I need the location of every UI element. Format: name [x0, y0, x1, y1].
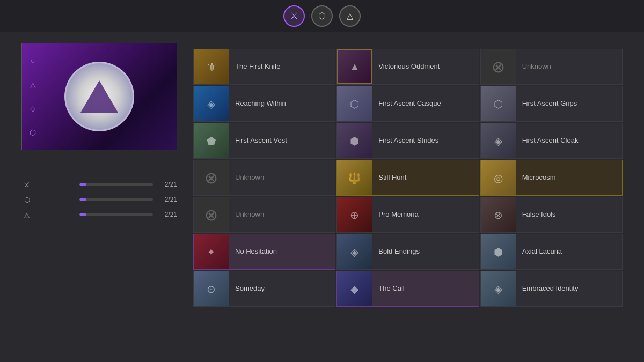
- item-glyph-casque: ⬡: [350, 98, 359, 110]
- main-content: ○ △ ◇ ⬡ ⚔ 2/21 ⬡: [0, 32, 644, 362]
- item-icon-unknown-2: [194, 160, 229, 195]
- item-icon-reaching: ◈: [194, 86, 229, 121]
- item-label-grips: First Ascent Grips: [516, 99, 584, 108]
- item-icon-the-call: ◆: [337, 271, 372, 306]
- grid-item-embraced[interactable]: ◈Embraced Identity: [480, 271, 623, 307]
- item-icon-bold-endings: ◈: [337, 234, 372, 269]
- item-label-bold-endings: Bold Endings: [372, 247, 426, 256]
- badge-info: [21, 159, 177, 161]
- grid-item-microcosm[interactable]: ◎Microcosm: [480, 160, 623, 196]
- hunter-bar-fill: [79, 183, 86, 186]
- item-label-no-hesitation: No Hesitation: [229, 247, 283, 256]
- item-icon-someday: ⊙: [194, 271, 229, 306]
- item-label-casque: First Ascent Casque: [372, 99, 447, 108]
- symbol-3: ◇: [27, 103, 38, 114]
- warlock-progress-bar: [79, 213, 153, 216]
- item-glyph-bold-endings: ◈: [350, 246, 358, 258]
- symbol-4: ⬡: [27, 127, 38, 138]
- grid-item-pro-memoria[interactable]: ⊕Pro Memoria: [336, 197, 479, 233]
- grid-item-someday[interactable]: ⊙Someday: [193, 271, 335, 307]
- divider: [193, 43, 623, 43]
- item-glyph-the-call: ◆: [350, 283, 358, 295]
- grid-item-grips[interactable]: ⬡First Ascent Grips: [480, 86, 623, 122]
- class-tab-bar: ⚔ ⬡ △: [0, 0, 644, 32]
- symbol-2: △: [27, 79, 38, 90]
- grid-item-unknown-3[interactable]: Unknown: [193, 197, 335, 233]
- item-icon-vest: ⬟: [194, 123, 229, 158]
- hunter-icon: ⚔: [290, 11, 298, 21]
- grid-item-false-idols[interactable]: ⊗False Idols: [480, 197, 623, 233]
- warlock-progress-count: 2/21: [158, 211, 177, 218]
- right-panel-wrapper: 🗡The First Knife▲Victorious OddmentUnkno…: [193, 43, 623, 351]
- item-label-cloak: First Ascent Cloak: [516, 136, 585, 145]
- item-glyph-axial: ⬢: [494, 246, 503, 258]
- grid-item-unknown-1[interactable]: Unknown: [480, 49, 623, 85]
- triangle-symbol: [80, 80, 118, 113]
- left-panel: ○ △ ◇ ⬡ ⚔ 2/21 ⬡: [21, 43, 177, 351]
- item-label-still-hunt: Still Hunt: [372, 173, 413, 182]
- grid-item-no-hesitation[interactable]: ✦No Hesitation: [193, 234, 335, 270]
- grid-item-strides[interactable]: ⬢First Ascent Strides: [336, 123, 479, 159]
- item-label-strides: First Ascent Strides: [372, 136, 445, 145]
- grid-item-the-call[interactable]: ◆The Call: [336, 271, 479, 307]
- item-label-unknown-3: Unknown: [229, 210, 270, 219]
- item-glyph-reaching: ◈: [207, 98, 215, 110]
- item-icon-first-knife: 🗡: [194, 49, 229, 84]
- hunter-tab-button[interactable]: ⚔: [283, 5, 305, 27]
- grid-item-vest[interactable]: ⬟First Ascent Vest: [193, 123, 335, 159]
- item-glyph-grips: ⬡: [494, 98, 503, 110]
- warlock-tab-button[interactable]: △: [339, 5, 361, 27]
- titan-icon: ⬡: [318, 11, 326, 21]
- warlock-bar-fill: [79, 213, 86, 216]
- item-label-the-call: The Call: [372, 284, 411, 293]
- items-grid: 🗡The First Knife▲Victorious OddmentUnkno…: [193, 49, 623, 351]
- item-label-unknown-2: Unknown: [229, 173, 270, 182]
- titan-class-icon: ⬡: [21, 194, 32, 205]
- symbol-1: ○: [27, 55, 38, 66]
- item-icon-cloak: ◈: [481, 123, 516, 158]
- item-label-first-knife: The First Knife: [229, 62, 287, 71]
- grid-item-axial[interactable]: ⬢Axial Lacuna: [480, 234, 623, 270]
- badge-circle: [64, 62, 134, 131]
- item-glyph-no-hesitation: ✦: [207, 246, 216, 258]
- grid-item-casque[interactable]: ⬡First Ascent Casque: [336, 86, 479, 122]
- grid-item-first-knife[interactable]: 🗡The First Knife: [193, 49, 335, 85]
- item-label-embraced: Embraced Identity: [516, 284, 585, 293]
- grid-item-victorious[interactable]: ▲Victorious Oddment: [336, 49, 479, 85]
- grid-item-bold-endings[interactable]: ◈Bold Endings: [336, 234, 479, 270]
- grid-item-unknown-2[interactable]: Unknown: [193, 160, 335, 196]
- item-glyph-first-knife: 🗡: [206, 61, 217, 73]
- grid-item-cloak[interactable]: ◈First Ascent Cloak: [480, 123, 623, 159]
- grid-item-reaching[interactable]: ◈Reaching Within: [193, 86, 335, 122]
- grid-item-still-hunt[interactable]: 🔱Still Hunt: [336, 160, 479, 196]
- item-icon-pro-memoria: ⊕: [337, 197, 372, 232]
- item-glyph-victorious: ▲: [349, 61, 360, 73]
- item-icon-unknown-3: [194, 197, 229, 232]
- item-label-reaching: Reaching Within: [229, 99, 292, 108]
- hunter-class-icon: ⚔: [21, 179, 32, 190]
- item-glyph-strides: ⬢: [350, 135, 359, 147]
- titan-progress-count: 2/21: [158, 196, 177, 203]
- item-icon-unknown-1: [481, 49, 516, 84]
- item-icon-microcosm: ◎: [481, 160, 516, 195]
- item-label-false-idols: False Idols: [516, 210, 562, 219]
- badge-image: ○ △ ◇ ⬡: [21, 43, 177, 150]
- item-glyph-still-hunt: 🔱: [348, 172, 361, 184]
- titan-progress-row: ⬡ 2/21: [21, 194, 177, 205]
- hunter-progress-row: ⚔ 2/21: [21, 179, 177, 190]
- item-label-microcosm: Microcosm: [516, 173, 562, 182]
- item-glyph-false-idols: ⊗: [494, 209, 503, 221]
- item-label-someday: Someday: [229, 284, 271, 293]
- titan-tab-button[interactable]: ⬡: [311, 5, 333, 27]
- item-glyph-pro-memoria: ⊕: [350, 209, 359, 221]
- item-icon-still-hunt: 🔱: [337, 160, 372, 195]
- titan-bar-fill: [79, 198, 86, 201]
- item-label-pro-memoria: Pro Memoria: [372, 210, 425, 219]
- item-glyph-someday: ⊙: [207, 283, 216, 295]
- item-label-vest: First Ascent Vest: [229, 136, 294, 145]
- item-glyph-microcosm: ◎: [494, 172, 503, 184]
- badge-symbols: ○ △ ◇ ⬡: [27, 43, 38, 150]
- item-glyph-vest: ⬟: [207, 135, 216, 147]
- item-icon-casque: ⬡: [337, 86, 372, 121]
- item-label-unknown-1: Unknown: [516, 62, 558, 71]
